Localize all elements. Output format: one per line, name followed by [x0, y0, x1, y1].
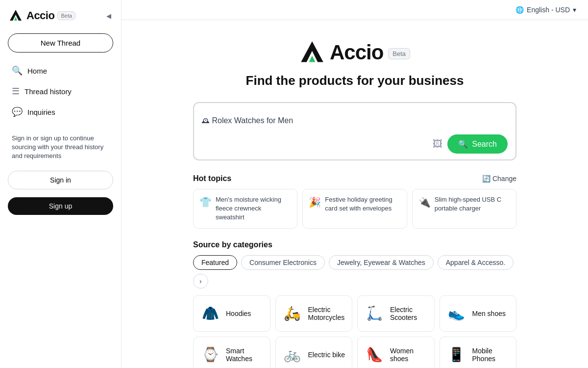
category-electric-scooters[interactable]: 🛴 Electric Scooters [357, 295, 435, 332]
sidebar-beta-badge: Beta [57, 11, 75, 20]
hot-topic-2[interactable]: 🔌 Slim high-speed USB C portable charger [412, 189, 516, 229]
sidebar-item-home-label: Home [27, 67, 47, 75]
sidebar-item-home[interactable]: 🔍 Home [8, 60, 113, 81]
categories-title: Source by categories [193, 240, 272, 249]
tab-apparel[interactable]: Apparel & Accesso. [438, 255, 514, 270]
sign-prompt-text: Sign in or sign up to continue sourcing … [12, 134, 109, 161]
refresh-icon: 🔄 [482, 175, 490, 183]
hot-topic-2-text: Slim high-speed USB C portable charger [435, 195, 510, 213]
hot-topic-0-icon: 👕 [199, 195, 212, 209]
image-icon: 🖼 [433, 138, 442, 149]
sidebar-item-thread-history[interactable]: ☰ Thread history [8, 81, 113, 102]
mobile-phones-icon: 📱 [446, 344, 467, 366]
hot-topics-section: Hot topics 🔄 Change 👕 Men's moisture wic… [193, 174, 516, 240]
main-logo-icon [299, 40, 325, 65]
category-mobile-phones[interactable]: 📱 Mobile Phones [440, 337, 517, 368]
hot-topic-1-text: Festive holiday greeting card set with e… [325, 195, 400, 213]
category-smart-watches[interactable]: ⌚ Smart Watches [193, 337, 270, 368]
tab-jewelry[interactable]: Jewelry, Eyewear & Watches [329, 255, 434, 270]
hot-topic-1-icon: 🎉 [309, 195, 321, 209]
search-icon: 🔍 [458, 139, 468, 149]
search-input[interactable] [202, 111, 508, 131]
hot-topic-0-text: Men's moisture wicking fleece crewneck s… [216, 195, 291, 222]
hoodies-icon: 🧥 [199, 303, 221, 324]
smart-watches-icon: ⌚ [199, 344, 221, 366]
electric-bike-label: Electric bike [308, 351, 345, 359]
women-shoes-label: Women shoes [390, 347, 428, 363]
change-label: Change [492, 175, 516, 183]
sign-in-button[interactable]: Sign in [8, 171, 113, 189]
accio-logo-icon [8, 8, 24, 24]
collapse-icon: ◀ [106, 12, 111, 20]
tab-consumer-electronics[interactable]: Consumer Electronics [241, 255, 325, 270]
sidebar-item-inquiries-label: Inquiries [27, 108, 55, 116]
main-content: 🌐 English - USD ▾ Accio Beta Find the pr… [122, 0, 588, 368]
hot-topics-header: Hot topics 🔄 Change [193, 174, 516, 183]
sidebar: Accio Beta ◀ New Thread 🔍 Home ☰ Thread … [0, 0, 122, 368]
tab-featured[interactable]: Featured [193, 255, 237, 270]
mobile-phones-label: Mobile Phones [472, 347, 511, 363]
smart-watches-label: Smart Watches [226, 347, 264, 363]
search-button[interactable]: 🔍 Search [447, 134, 508, 154]
main-beta-badge: Beta [388, 48, 410, 59]
category-hoodies[interactable]: 🧥 Hoodies [193, 295, 270, 332]
electric-scooters-label: Electric Scooters [390, 306, 428, 321]
sidebar-logo-text: Accio [26, 9, 54, 22]
search-box: 🖼 🔍 Search [193, 102, 516, 160]
top-bar: 🌐 English - USD ▾ [122, 0, 588, 20]
main-logo-text: Accio [330, 41, 383, 64]
collapse-button[interactable]: ◀ [104, 10, 113, 22]
sidebar-header: Accio Beta ◀ [8, 8, 113, 24]
category-tabs: Featured Consumer Electronics Jewelry, E… [193, 255, 516, 289]
change-button[interactable]: 🔄 Change [482, 175, 516, 183]
electric-motorcycles-label: Electric Motorcycles [308, 306, 346, 321]
categories-header: Source by categories [193, 240, 516, 249]
search-footer: 🖼 🔍 Search [202, 134, 508, 154]
hot-topics-title: Hot topics [193, 174, 231, 183]
image-upload-button[interactable]: 🖼 [433, 138, 442, 150]
hot-topic-1[interactable]: 🎉 Festive holiday greeting card set with… [302, 189, 407, 229]
hot-topics-grid: 👕 Men's moisture wicking fleece crewneck… [193, 189, 516, 229]
globe-icon: 🌐 [515, 6, 524, 14]
sidebar-item-inquiries[interactable]: 💬 Inquiries [8, 102, 113, 122]
category-grid: 🧥 Hoodies 🛵 Electric Motorcycles 🛴 Elect… [193, 295, 516, 368]
category-men-shoes[interactable]: 👟 Men shoes [440, 295, 517, 332]
home-icon: 🔍 [12, 65, 23, 76]
tabs-more-button[interactable]: › [193, 274, 208, 289]
chevron-down-icon: ▾ [573, 6, 576, 14]
sidebar-logo: Accio Beta [8, 8, 75, 24]
category-electric-bike[interactable]: 🚲 Electric bike [275, 337, 353, 368]
new-thread-button[interactable]: New Thread [8, 33, 113, 53]
search-button-label: Search [472, 140, 497, 149]
thread-history-icon: ☰ [12, 86, 20, 97]
page-content: Accio Beta Find the products for your bu… [122, 20, 588, 368]
inquiries-icon: 💬 [12, 106, 23, 117]
hoodies-label: Hoodies [226, 310, 251, 317]
svg-marker-1 [14, 17, 17, 21]
men-shoes-label: Men shoes [472, 310, 506, 317]
svg-marker-3 [309, 56, 315, 62]
category-electric-motorcycles[interactable]: 🛵 Electric Motorcycles [275, 295, 353, 332]
electric-motorcycles-icon: 🛵 [282, 303, 303, 324]
sidebar-nav: 🔍 Home ☰ Thread history 💬 Inquiries [8, 60, 113, 122]
category-women-shoes[interactable]: 👠 Women shoes [357, 337, 435, 368]
hot-topic-2-icon: 🔌 [418, 195, 431, 209]
sidebar-item-thread-history-label: Thread history [24, 87, 72, 96]
hot-topic-0[interactable]: 👕 Men's moisture wicking fleece crewneck… [193, 189, 297, 229]
women-shoes-icon: 👠 [364, 344, 385, 366]
language-selector[interactable]: 🌐 English - USD ▾ [515, 6, 576, 14]
chevron-right-icon: › [199, 277, 202, 285]
language-label: English - USD [527, 6, 570, 14]
page-tagline: Find the products for your business [246, 73, 464, 88]
men-shoes-icon: 👟 [446, 303, 467, 324]
sign-up-button[interactable]: Sign up [8, 197, 113, 215]
categories-section: Source by categories Featured Consumer E… [193, 240, 516, 368]
electric-bike-icon: 🚲 [282, 344, 303, 366]
main-logo: Accio Beta [299, 40, 410, 65]
electric-scooters-icon: 🛴 [364, 303, 385, 324]
